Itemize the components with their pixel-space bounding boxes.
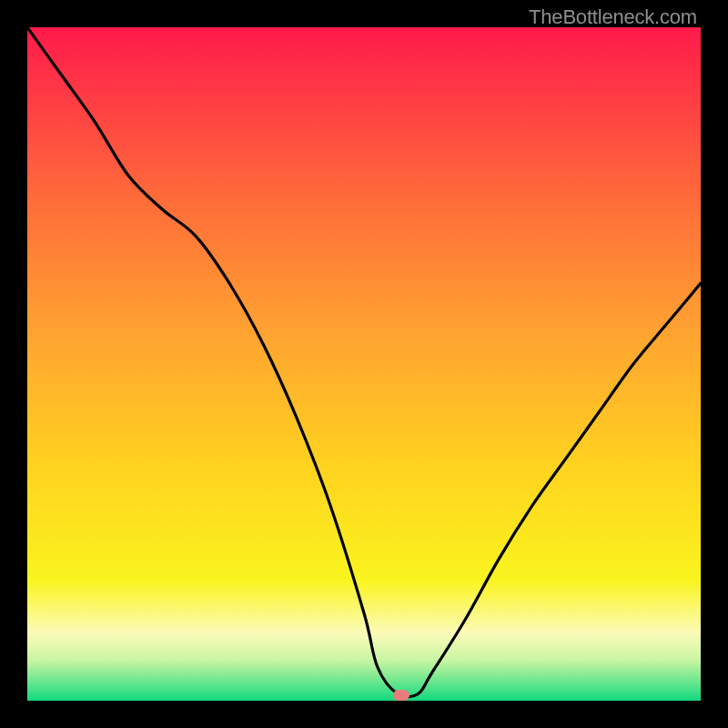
plot-area: [27, 27, 701, 701]
watermark-text: TheBottleneck.com: [529, 5, 697, 29]
datum-marker: [393, 690, 410, 701]
bottleneck-curve: [27, 27, 701, 701]
outer-frame: TheBottleneck.com: [0, 0, 728, 728]
